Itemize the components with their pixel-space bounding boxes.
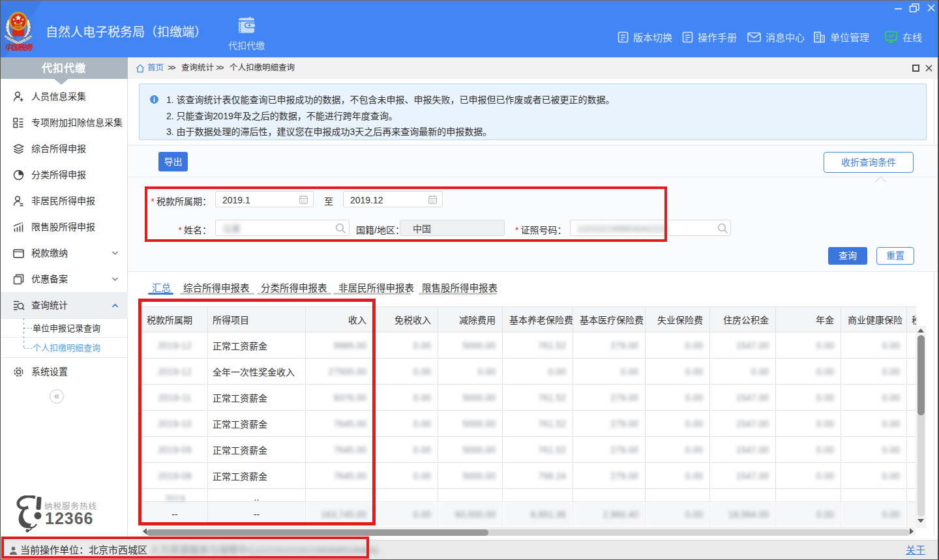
- svg-text:中国税务: 中国税务: [5, 43, 34, 51]
